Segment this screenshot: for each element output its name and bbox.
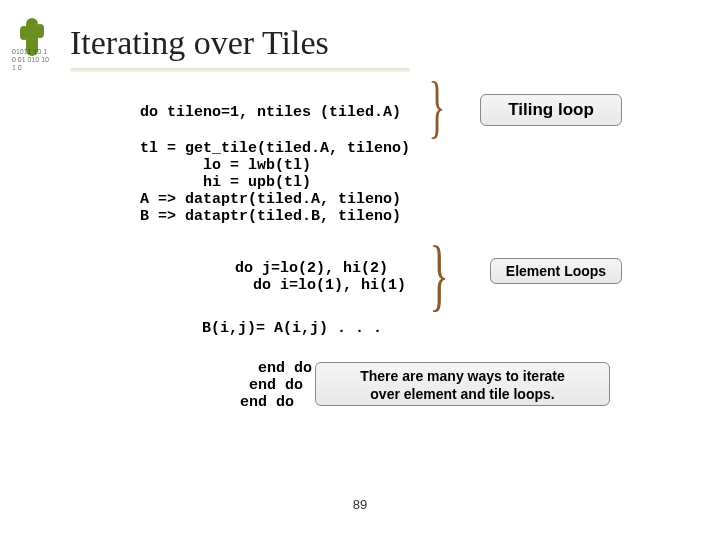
label-tiling-loop: Tiling loop bbox=[480, 94, 622, 126]
slide-logo: 01011 10 1 0 01 010 10 1 0 bbox=[12, 18, 52, 78]
note-line-1: There are many ways to iterate bbox=[360, 368, 565, 384]
code-element-loops: do j=lo(2), hi(2) do i=lo(1), hi(1) bbox=[235, 260, 406, 294]
code-end-do: end do end do end do bbox=[240, 360, 312, 411]
brace-icon: } bbox=[428, 72, 445, 142]
code-body: B(i,j)= A(i,j) . . . bbox=[202, 320, 382, 337]
brace-icon: } bbox=[430, 234, 449, 314]
label-element-loops: Element Loops bbox=[490, 258, 622, 284]
logo-binary-text: 01011 10 1 0 01 010 10 1 0 bbox=[12, 48, 52, 72]
title-underline bbox=[70, 68, 410, 72]
note-line-2: over element and tile loops. bbox=[370, 386, 554, 402]
label-iteration-note: There are many ways to iterate over elem… bbox=[315, 362, 610, 406]
slide-title: Iterating over Tiles bbox=[70, 24, 329, 62]
page-number: 89 bbox=[0, 497, 720, 512]
code-tile-setup: tl = get_tile(tiled.A, tileno) lo = lwb(… bbox=[140, 140, 410, 225]
code-outer-do: do tileno=1, ntiles (tiled.A) bbox=[140, 104, 401, 121]
